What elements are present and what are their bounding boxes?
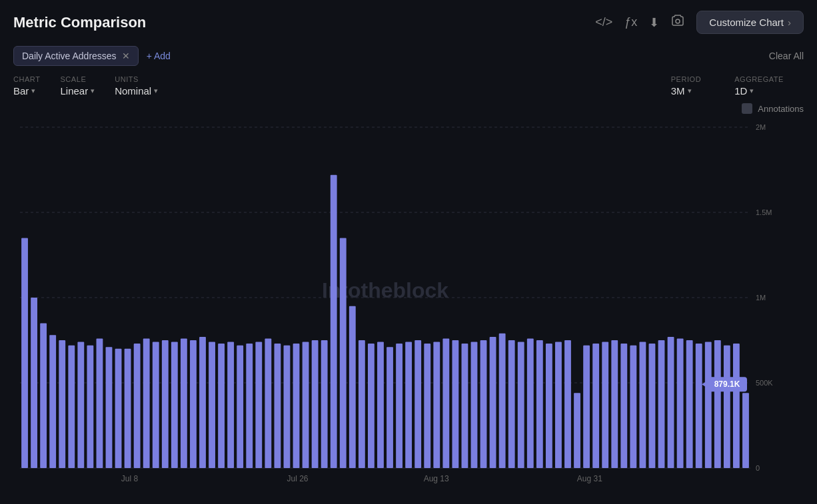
units-select[interactable]: Nominal ▾ <box>115 85 158 97</box>
svg-rect-24 <box>134 344 141 468</box>
svg-point-0 <box>676 19 680 23</box>
function-icon[interactable]: ƒx <box>624 15 637 29</box>
page-title: Metric Comparison <box>13 14 146 31</box>
svg-rect-25 <box>143 338 150 468</box>
svg-rect-46 <box>340 238 347 468</box>
add-metric-button[interactable]: + Add <box>147 51 171 61</box>
svg-rect-85 <box>705 342 712 468</box>
svg-text:0: 0 <box>756 464 760 472</box>
svg-text:Jul 8: Jul 8 <box>121 474 139 483</box>
header-actions: </> ƒx ⬇ Customize Chart › <box>595 11 804 34</box>
annotations-label: Annotations <box>758 104 804 114</box>
svg-text:Aug 13: Aug 13 <box>424 474 449 483</box>
svg-rect-53 <box>405 342 412 468</box>
chevron-down-icon: ▾ <box>154 87 158 95</box>
aggregate-select[interactable]: 1D ▾ <box>734 85 784 97</box>
chevron-down-icon: ▾ <box>688 87 692 95</box>
period-label: PERIOD <box>671 75 701 83</box>
svg-rect-78 <box>639 342 646 468</box>
svg-rect-18 <box>77 342 84 468</box>
svg-rect-88 <box>733 344 740 468</box>
customize-chart-button[interactable]: Customize Chart › <box>696 11 804 34</box>
svg-rect-89 <box>742 393 749 468</box>
scale-label: SCALE <box>60 75 95 83</box>
controls-bar: CHART Bar ▾ SCALE Linear ▾ UNITS Nominal… <box>13 75 804 97</box>
chart-type-select[interactable]: Bar ▾ <box>13 85 40 97</box>
svg-rect-86 <box>714 340 721 468</box>
svg-rect-77 <box>630 346 636 468</box>
svg-rect-58 <box>452 340 458 468</box>
svg-text:1.5M: 1.5M <box>756 208 772 216</box>
svg-rect-69 <box>555 342 562 468</box>
svg-rect-63 <box>499 334 506 468</box>
chart-type-label: CHART <box>13 75 40 83</box>
chart-area: 0500K1M1.5M2MIntotheblockJul 8Jul 26Aug … <box>13 119 804 496</box>
svg-rect-71 <box>574 393 580 468</box>
metrics-bar: Daily Active Addresses ✕ + Add Clear All <box>13 46 804 66</box>
download-icon[interactable]: ⬇ <box>649 15 659 30</box>
svg-rect-61 <box>480 340 487 468</box>
svg-rect-15 <box>49 335 56 468</box>
svg-rect-23 <box>125 349 131 468</box>
chevron-down-icon: ▾ <box>31 87 35 95</box>
svg-rect-36 <box>246 344 253 468</box>
svg-rect-22 <box>115 349 122 468</box>
svg-rect-72 <box>583 346 590 468</box>
svg-rect-40 <box>284 346 291 468</box>
annotations-checkbox[interactable] <box>742 103 752 114</box>
svg-text:Jul 26: Jul 26 <box>287 474 308 483</box>
svg-rect-65 <box>518 342 524 468</box>
svg-rect-67 <box>536 340 543 468</box>
svg-rect-19 <box>87 346 93 468</box>
svg-rect-20 <box>97 338 103 468</box>
svg-rect-55 <box>424 344 430 468</box>
svg-rect-73 <box>592 344 599 468</box>
svg-rect-81 <box>668 337 674 468</box>
svg-rect-44 <box>321 340 328 468</box>
svg-rect-62 <box>490 337 496 468</box>
units-label: UNITS <box>115 75 158 83</box>
svg-rect-64 <box>508 340 515 468</box>
svg-rect-21 <box>106 347 113 468</box>
svg-rect-52 <box>396 344 403 468</box>
svg-rect-41 <box>293 344 300 468</box>
svg-rect-31 <box>199 337 206 468</box>
svg-rect-74 <box>602 342 608 468</box>
svg-rect-39 <box>274 344 281 468</box>
svg-rect-57 <box>442 338 449 468</box>
svg-rect-48 <box>359 340 365 468</box>
svg-rect-34 <box>227 342 234 468</box>
chevron-down-icon: ▾ <box>750 87 754 95</box>
code-icon[interactable]: </> <box>595 15 612 29</box>
svg-rect-43 <box>312 340 319 468</box>
svg-rect-30 <box>190 340 197 468</box>
svg-rect-29 <box>181 338 187 468</box>
period-select[interactable]: 3M ▾ <box>671 85 701 97</box>
svg-rect-82 <box>677 338 684 468</box>
svg-rect-28 <box>171 342 178 468</box>
metrics-left: Daily Active Addresses ✕ + Add <box>13 46 171 66</box>
scale-select[interactable]: Linear ▾ <box>60 85 95 97</box>
svg-rect-76 <box>620 344 627 468</box>
svg-rect-42 <box>303 342 309 468</box>
svg-rect-37 <box>255 342 262 468</box>
svg-rect-70 <box>564 340 571 468</box>
camera-icon[interactable] <box>671 14 684 31</box>
svg-text:500K: 500K <box>756 379 773 387</box>
metric-tag-label: Daily Active Addresses <box>22 51 117 61</box>
svg-rect-83 <box>686 340 693 468</box>
svg-rect-60 <box>471 342 478 468</box>
svg-text:Aug 31: Aug 31 <box>577 474 602 483</box>
units-control: UNITS Nominal ▾ <box>115 75 158 97</box>
svg-rect-75 <box>611 340 618 468</box>
aggregate-label: AGGREGATE <box>734 75 784 83</box>
svg-rect-14 <box>40 323 47 468</box>
svg-rect-47 <box>349 306 356 468</box>
aggregate-control: AGGREGATE 1D ▾ <box>734 75 784 97</box>
svg-text:1M: 1M <box>756 294 766 302</box>
clear-all-button[interactable]: Clear All <box>769 51 804 61</box>
svg-rect-32 <box>209 342 215 468</box>
svg-rect-27 <box>162 340 169 468</box>
svg-rect-45 <box>331 175 337 468</box>
metric-tag-close-icon[interactable]: ✕ <box>122 51 130 61</box>
